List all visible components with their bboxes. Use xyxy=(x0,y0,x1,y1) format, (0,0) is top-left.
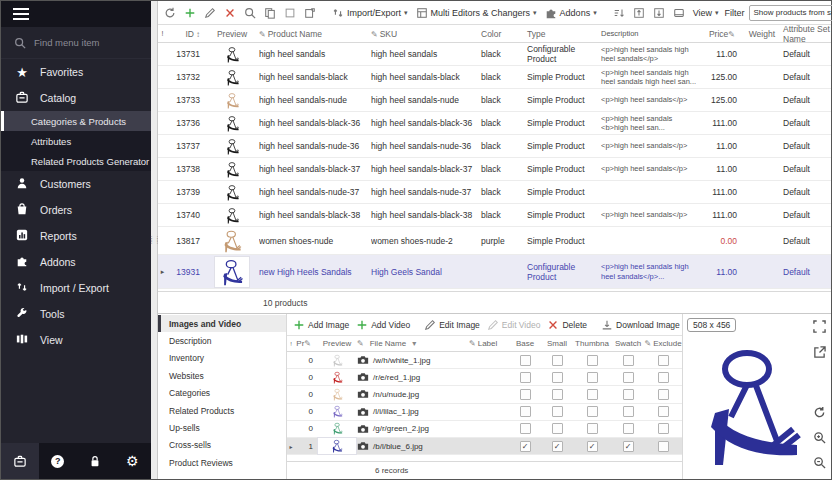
column-header-label[interactable]: ✎Label xyxy=(469,339,509,348)
fullscreen-icon[interactable] xyxy=(813,319,826,337)
sidebar-item-favorites[interactable]: ★ Favorites xyxy=(1,59,151,85)
sidebar-item-customers[interactable]: Customers xyxy=(1,171,151,197)
tab-inventory[interactable]: Inventory xyxy=(158,350,286,367)
thumbnail-checkbox[interactable] xyxy=(587,389,598,400)
sidebar-item-tools[interactable]: Tools xyxy=(1,301,151,327)
tab-cross-sells[interactable]: Cross-sells xyxy=(158,437,286,454)
base-checkbox[interactable] xyxy=(520,423,531,434)
swatch-checkbox[interactable] xyxy=(623,406,634,417)
search-button[interactable] xyxy=(242,5,258,21)
panel-splitter[interactable]: ⋮⋮⋮⋮ xyxy=(151,1,158,479)
small-checkbox[interactable] xyxy=(552,423,563,434)
product-row[interactable]: 13731 high heel sandalshigh heel sandals… xyxy=(158,43,831,66)
column-header-product-name[interactable]: ✎Product Name xyxy=(259,29,371,39)
sidebar-item-orders[interactable]: Orders xyxy=(1,197,151,223)
column-header-swatch[interactable]: Swatch xyxy=(611,339,645,348)
delete-image-button[interactable]: Delete xyxy=(545,317,589,333)
base-checkbox[interactable] xyxy=(520,389,531,400)
base-checkbox[interactable] xyxy=(520,441,531,452)
category-filter-select[interactable]: Show products from selected categories▾ xyxy=(749,5,832,21)
exclude-checkbox[interactable] xyxy=(658,355,669,366)
product-row[interactable]: 13736 high heel sandals-black-36high hee… xyxy=(158,112,831,135)
download-image-button[interactable]: Download Image xyxy=(599,317,682,333)
add-product-button[interactable] xyxy=(182,5,198,21)
thumbnail-checkbox[interactable] xyxy=(587,372,598,383)
exclude-checkbox[interactable] xyxy=(658,372,669,383)
image-row[interactable]: 0 /l/i/lilac_1.jpg xyxy=(287,404,682,421)
base-checkbox[interactable] xyxy=(520,372,531,383)
sidebar-item-attributes[interactable]: Attributes xyxy=(1,131,151,151)
sidebar-item-view[interactable]: View xyxy=(1,327,151,353)
rotate-icon[interactable] xyxy=(813,405,826,423)
zoom-in-icon[interactable] xyxy=(813,430,826,448)
small-checkbox[interactable] xyxy=(552,355,563,366)
product-row[interactable]: 13740 high heel sandals-black-38high hee… xyxy=(158,204,831,227)
product-row[interactable]: 13737 high heel sandals-nude-36high heel… xyxy=(158,135,831,158)
thumbnail-checkbox[interactable] xyxy=(587,441,598,452)
menu-search-input[interactable] xyxy=(34,37,134,48)
image-row[interactable]: 0 /r/e/red_1.jpg xyxy=(287,369,682,386)
edit-image-button[interactable]: Edit Image xyxy=(422,317,482,333)
column-header-thumbnail[interactable]: Thumbna xyxy=(573,339,611,348)
open-external-icon[interactable] xyxy=(813,345,826,363)
exclude-checkbox[interactable] xyxy=(658,423,669,434)
column-header-weight[interactable]: Weight xyxy=(741,29,775,39)
image-row[interactable]: 0 /g/r/green_2.jpg xyxy=(287,421,682,438)
expand-all-button[interactable] xyxy=(631,5,647,21)
exclude-checkbox[interactable] xyxy=(658,441,669,452)
sidebar-item-reports[interactable]: Reports xyxy=(1,223,151,249)
small-checkbox[interactable] xyxy=(552,406,563,417)
column-header-attribute-set[interactable]: Attribute Set Name xyxy=(775,25,831,44)
column-header-preview[interactable]: Preview xyxy=(317,339,357,348)
duplicate-button[interactable] xyxy=(302,5,318,21)
image-row[interactable]: 0 /n/u/nude.jpg xyxy=(287,386,682,403)
column-header-type[interactable]: Type xyxy=(527,29,601,39)
add-video-button[interactable]: Add Video xyxy=(354,317,412,333)
swatch-checkbox[interactable] xyxy=(623,423,634,434)
settings-button[interactable]: ⚙ xyxy=(114,443,151,479)
sidebar-item-catalog[interactable]: Catalog xyxy=(1,85,151,111)
collapse-all-button[interactable] xyxy=(651,5,667,21)
refresh-button[interactable] xyxy=(162,5,178,21)
addons-menu[interactable]: Addons▾ xyxy=(543,5,599,21)
sort-az-button[interactable] xyxy=(611,5,627,21)
product-row-selected[interactable]: ▸13931 new High Heels SandalsHigh Geels … xyxy=(158,255,831,289)
help-button[interactable]: ? xyxy=(39,443,76,479)
image-row-selected[interactable]: ▸1 /b/l/blue_6.jpg xyxy=(287,438,682,455)
swatch-checkbox[interactable] xyxy=(623,355,634,366)
edit-product-button[interactable] xyxy=(202,5,218,21)
column-header-description[interactable]: Description xyxy=(601,29,699,38)
store-button[interactable] xyxy=(1,443,39,479)
hamburger-menu-icon[interactable] xyxy=(13,5,29,23)
tab-description[interactable]: Description xyxy=(158,332,286,349)
tab-related-products[interactable]: Related Products xyxy=(158,402,286,419)
small-checkbox[interactable] xyxy=(552,441,563,452)
product-row[interactable]: 13733 high heel sandals-nudehigh heel sa… xyxy=(158,89,831,112)
add-image-button[interactable]: Add Image xyxy=(291,317,351,333)
small-checkbox[interactable] xyxy=(552,372,563,383)
swatch-checkbox[interactable] xyxy=(623,389,634,400)
view-menu[interactable]: View▾ xyxy=(691,6,721,20)
tab-images-and-video[interactable]: Images and Video xyxy=(158,315,286,332)
swatch-checkbox[interactable] xyxy=(623,372,634,383)
multi-editors-menu[interactable]: Multi Editors & Changers▾ xyxy=(414,5,539,21)
select-checkbox-button[interactable] xyxy=(282,5,298,21)
column-header-sku[interactable]: ✎SKU xyxy=(371,29,481,39)
thumbnail-checkbox[interactable] xyxy=(587,355,598,366)
image-row[interactable]: 0 /w/h/white_1.jpg xyxy=(287,352,682,369)
zoom-out-icon[interactable] xyxy=(813,455,826,473)
tab-websites[interactable]: Websites xyxy=(158,367,286,384)
product-row[interactable]: 13738 high heel sandals-black-37high hee… xyxy=(158,158,831,181)
product-row[interactable]: 13739 high heel sandals-nude-37high heel… xyxy=(158,181,831,204)
exclude-checkbox[interactable] xyxy=(658,389,669,400)
column-header-price[interactable]: Price✎ xyxy=(699,29,741,39)
tab-product-reviews[interactable]: Product Reviews xyxy=(158,454,286,471)
sidebar-item-import-export[interactable]: Import / Export xyxy=(1,275,151,301)
sidebar-item-categories-products[interactable]: Categories & Products xyxy=(1,111,151,131)
column-header-pr[interactable]: Pr✎ xyxy=(295,339,317,348)
column-header-small[interactable]: Small xyxy=(541,339,573,348)
column-header-color[interactable]: Color xyxy=(481,29,527,39)
exclude-checkbox[interactable] xyxy=(658,406,669,417)
lock-button[interactable] xyxy=(76,443,113,479)
sidebar-item-addons[interactable]: Addons xyxy=(1,249,151,275)
